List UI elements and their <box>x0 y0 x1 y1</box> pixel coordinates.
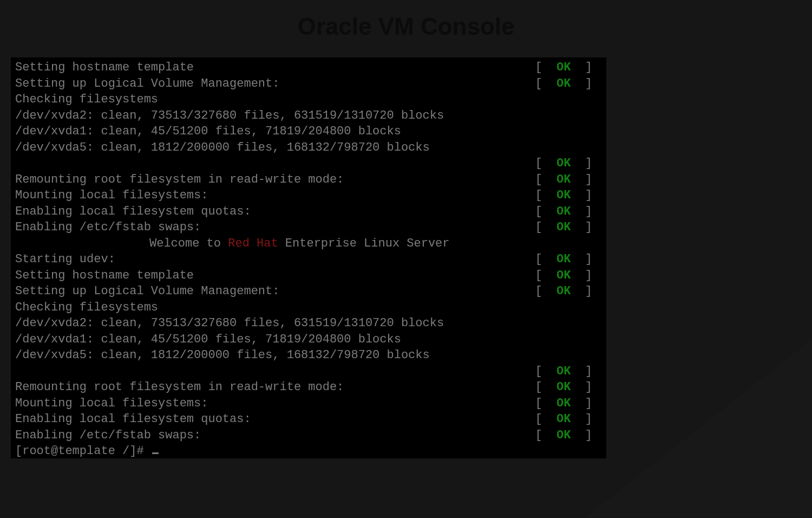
status-ok: OK <box>556 252 571 266</box>
console-text: Setting hostname template <box>15 60 194 76</box>
bracket-open: [ <box>535 189 556 202</box>
bracket-open: [ <box>535 380 556 394</box>
status-ok: OK <box>556 173 571 186</box>
slide-container: Oracle VM Console Setting hostname templ… <box>0 0 812 518</box>
status-ok: OK <box>556 205 571 218</box>
welcome-prefix: Welcome to <box>149 237 228 250</box>
console-line: /dev/xvda1: clean, 45/51200 files, 71819… <box>15 332 606 348</box>
bracket-close: ] <box>571 189 592 202</box>
console-text: Remounting root filesystem in read-write… <box>15 172 344 188</box>
console-status-line: Starting udev:[ OK ] <box>15 251 606 268</box>
status-ok: OK <box>556 365 571 378</box>
bracket-close: ] <box>571 61 592 74</box>
status-badge: [ OK ] <box>535 251 606 268</box>
console-status-line: Mounting local filesystems:[ OK ] <box>15 396 606 412</box>
status-badge: [ OK ] <box>535 204 606 220</box>
bracket-open: [ <box>535 429 556 442</box>
console-status-line: [ OK ] <box>15 364 606 380</box>
console-status-line: Enabling /etc/fstab swaps:[ OK ] <box>15 428 606 444</box>
bracket-open: [ <box>535 365 556 378</box>
bracket-open: [ <box>535 252 556 266</box>
console-status-line: Mounting local filesystems:[ OK ] <box>15 187 606 204</box>
status-badge: [ OK ] <box>535 268 606 284</box>
console-line: Checking filesystems <box>15 92 606 108</box>
vm-console[interactable]: Setting hostname template[ OK ]Setting u… <box>11 57 606 458</box>
status-ok: OK <box>556 380 571 394</box>
welcome-highlight: Red Hat <box>228 237 278 250</box>
decorative-accent <box>585 339 812 518</box>
console-text: Checking filesystems <box>15 300 158 316</box>
console-text: Mounting local filesystems: <box>15 187 208 204</box>
console-text: Checking filesystems <box>15 92 158 108</box>
console-text: /dev/xvda1: clean, 45/51200 files, 71819… <box>15 124 401 140</box>
status-ok: OK <box>556 61 571 74</box>
console-text: Setting up Logical Volume Management: <box>15 283 279 300</box>
bracket-open: [ <box>535 221 556 234</box>
console-text: Enabling /etc/fstab swaps: <box>15 428 201 444</box>
status-badge: [ OK ] <box>535 172 606 188</box>
status-badge: [ OK ] <box>535 283 606 300</box>
bracket-close: ] <box>571 157 592 170</box>
console-status-line: Remounting root filesystem in read-write… <box>15 379 606 396</box>
console-line: /dev/xvda5: clean, 1812/200000 files, 16… <box>15 347 606 364</box>
console-text: /dev/xvda2: clean, 73513/327680 files, 6… <box>15 108 444 124</box>
bracket-open: [ <box>535 173 556 186</box>
bracket-open: [ <box>535 397 556 410</box>
console-line: /dev/xvda1: clean, 45/51200 files, 71819… <box>15 124 606 140</box>
status-badge: [ OK ] <box>535 187 606 204</box>
status-ok: OK <box>556 77 571 90</box>
welcome-suffix: Enterprise Linux Server <box>278 237 450 250</box>
bracket-open: [ <box>535 269 556 282</box>
bracket-open: [ <box>535 77 556 90</box>
bracket-open: [ <box>535 61 556 74</box>
page-title: Oracle VM Console <box>0 13 812 40</box>
bracket-close: ] <box>571 284 592 298</box>
welcome-banner: Welcome to Red Hat Enterprise Linux Serv… <box>15 236 606 252</box>
console-status-line: Setting up Logical Volume Management:[ O… <box>15 76 606 92</box>
status-badge: [ OK ] <box>535 156 606 172</box>
status-badge: [ OK ] <box>535 60 606 76</box>
bracket-close: ] <box>571 173 592 186</box>
console-line: /dev/xvda5: clean, 1812/200000 files, 16… <box>15 140 606 156</box>
console-text: Enabling /etc/fstab swaps: <box>15 219 201 236</box>
bracket-close: ] <box>571 221 592 234</box>
bracket-close: ] <box>571 205 592 218</box>
status-ok: OK <box>556 429 571 442</box>
console-status-line: [ OK ] <box>15 156 606 172</box>
prompt-text: [root@template /]# <box>15 444 151 458</box>
console-status-line: Remounting root filesystem in read-write… <box>15 172 606 188</box>
status-ok: OK <box>556 189 571 202</box>
bracket-close: ] <box>571 77 592 90</box>
bracket-close: ] <box>571 269 592 282</box>
status-ok: OK <box>556 412 571 426</box>
bracket-open: [ <box>535 412 556 426</box>
console-text: Setting up Logical Volume Management: <box>15 76 279 92</box>
console-text: /dev/xvda5: clean, 1812/200000 files, 16… <box>15 347 430 364</box>
bracket-close: ] <box>571 252 592 266</box>
console-text: /dev/xvda5: clean, 1812/200000 files, 16… <box>15 140 430 156</box>
console-status-line: Setting hostname template[ OK ] <box>15 60 606 76</box>
console-text: /dev/xvda2: clean, 73513/327680 files, 6… <box>15 315 444 332</box>
status-ok: OK <box>556 157 571 170</box>
status-ok: OK <box>556 397 571 410</box>
console-status-line: Enabling local filesystem quotas:[ OK ] <box>15 411 606 428</box>
status-badge: [ OK ] <box>535 219 606 236</box>
console-line: /dev/xvda2: clean, 73513/327680 files, 6… <box>15 315 606 332</box>
status-ok: OK <box>556 269 571 282</box>
console-text: Enabling local filesystem quotas: <box>15 411 251 428</box>
console-text: Setting hostname template <box>15 268 194 284</box>
shell-prompt[interactable]: [root@template /]# <box>15 443 606 458</box>
bracket-open: [ <box>535 284 556 298</box>
console-text: Mounting local filesystems: <box>15 396 208 412</box>
status-ok: OK <box>556 221 571 234</box>
bracket-open: [ <box>535 205 556 218</box>
console-status-line: Enabling local filesystem quotas:[ OK ] <box>15 204 606 220</box>
status-badge: [ OK ] <box>535 76 606 92</box>
console-text: Enabling local filesystem quotas: <box>15 204 251 220</box>
console-status-line: Setting up Logical Volume Management:[ O… <box>15 283 606 300</box>
cursor-icon <box>152 452 159 454</box>
console-text: Starting udev: <box>15 251 115 268</box>
status-ok: OK <box>556 284 571 298</box>
console-text: Remounting root filesystem in read-write… <box>15 379 344 396</box>
console-status-line: Setting hostname template[ OK ] <box>15 268 606 284</box>
